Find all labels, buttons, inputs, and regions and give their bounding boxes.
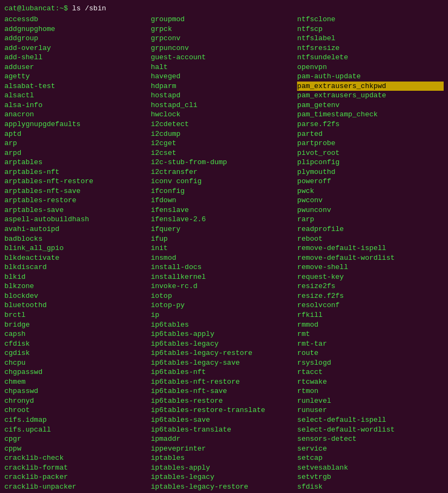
list-item: invoke-rc.d — [151, 282, 298, 291]
list-item: rfkill — [297, 310, 444, 320]
list-item: rtcwake — [297, 377, 444, 387]
list-item: plymouthd — [297, 167, 444, 177]
list-item: cracklib-packer — [4, 472, 151, 482]
list-item: remove-default-wordlist — [297, 253, 444, 263]
list-item: select-default-wordlist — [297, 425, 444, 435]
list-item: rarp — [297, 215, 444, 224]
list-item: ip — [151, 310, 298, 320]
list-item: arpd — [4, 148, 151, 158]
list-item: grpconv — [151, 34, 298, 43]
list-item: ip6tables-restore — [151, 396, 298, 406]
list-item: i2cset — [151, 148, 298, 158]
column-2: groupmodgrpckgrpconvgrpunconvguest-accou… — [151, 15, 298, 493]
list-item: aptd — [4, 129, 151, 139]
list-item: bluetoothd — [4, 301, 151, 310]
prompt-command: ls /sbin — [72, 4, 106, 13]
list-item: pam_timestamp_check — [297, 110, 444, 120]
list-item: rmmod — [297, 320, 444, 330]
list-item: chpasswd — [4, 386, 151, 396]
list-item: anacron — [4, 110, 151, 120]
list-item: adduser — [4, 63, 151, 72]
list-item: avahi-autoipd — [4, 224, 151, 234]
list-item: arptables-restore — [4, 196, 151, 205]
list-item: brctl — [4, 310, 151, 320]
list-item: rsyslogd — [297, 358, 444, 368]
list-item: badblocks — [4, 234, 151, 244]
list-item: route — [297, 348, 444, 358]
list-item: rmt-tar — [297, 339, 444, 349]
list-item: applygnupgdefaults — [4, 120, 151, 129]
list-item: ip6tables-nft-restore — [151, 377, 298, 387]
list-item: ip6tables-save — [151, 415, 298, 425]
list-item: cifs.upcall — [4, 425, 151, 435]
list-item: parted — [297, 129, 444, 139]
list-item: resolvconf — [297, 301, 444, 310]
list-item: init — [151, 244, 298, 253]
list-item: ip6tables — [151, 320, 298, 330]
list-item: ip6tables-legacy-restore — [151, 348, 298, 358]
list-item: hwclock — [151, 110, 298, 120]
list-item: pam_getenv — [297, 101, 444, 110]
list-item: add-shell — [4, 53, 151, 63]
list-item: parse.f2fs — [297, 120, 444, 129]
list-item: remove-default-ispell — [297, 244, 444, 253]
list-item: alsa-info — [4, 101, 151, 110]
list-item: ifenslave-2.6 — [151, 215, 298, 224]
list-item: ifquery — [151, 224, 298, 234]
column-1: accessdbaddgnupghomeaddgroupadd-overlaya… — [4, 15, 151, 493]
list-item: ip6tables-nft-save — [151, 386, 298, 396]
list-item: partprobe — [297, 139, 444, 148]
list-item: ntfslabel — [297, 34, 444, 43]
list-item: ntfscp — [297, 24, 444, 34]
list-item: select-default-ispell — [297, 415, 444, 425]
list-item: bridge — [4, 320, 151, 330]
list-item: hostapd — [151, 91, 298, 101]
list-item: chgpasswd — [4, 367, 151, 377]
list-item: accessdb — [4, 15, 151, 24]
list-item: sfdisk — [297, 482, 444, 492]
list-item: pam_extrausers_chkpwd — [297, 82, 444, 91]
list-item: grpck — [151, 24, 298, 34]
list-item: ip6tables-apply — [151, 329, 298, 339]
list-item: iptables-legacy-restore — [151, 482, 298, 492]
list-item: arptables-nft-restore — [4, 177, 151, 186]
list-item: resize2fs — [297, 282, 444, 291]
list-item: i2cdetect — [151, 120, 298, 129]
list-item: cppw — [4, 444, 151, 454]
list-item: ippeveprinter — [151, 444, 298, 454]
list-item: i2cdump — [151, 129, 298, 139]
list-item: arp — [4, 139, 151, 148]
list-item: capsh — [4, 329, 151, 339]
list-item: ntfsundelete — [297, 53, 444, 63]
list-item: pam_extrausers_update — [297, 91, 444, 101]
list-item: remove-shell — [297, 263, 444, 272]
list-item: blkid — [4, 272, 151, 282]
list-item: rmt — [297, 329, 444, 339]
list-item: chroot — [4, 405, 151, 415]
prompt-line: cat@lubancat:~$ ls /sbin — [4, 4, 444, 13]
terminal: cat@lubancat:~$ ls /sbin accessdbaddgnup… — [4, 4, 444, 493]
list-item: ifup — [151, 234, 298, 244]
prompt-user: cat@lubancat — [4, 4, 55, 13]
list-item: ip6tables-translate — [151, 425, 298, 435]
list-item: arptables-nft-save — [4, 186, 151, 196]
list-item: insmod — [151, 253, 298, 263]
list-item: pivot_root — [297, 148, 444, 158]
list-item: blkzone — [4, 282, 151, 291]
list-item: ip6tables-legacy — [151, 339, 298, 349]
list-item: add-overlay — [4, 43, 151, 53]
list-item: ifenslave — [151, 205, 298, 215]
list-item: reboot — [297, 234, 444, 244]
list-item: addgnupghome — [4, 24, 151, 34]
list-item: setcap — [297, 453, 444, 463]
list-item: blkdiscard — [4, 263, 151, 272]
list-item: ipmaddr — [151, 434, 298, 444]
list-item: halt — [151, 63, 298, 72]
list-item: guest-account — [151, 53, 298, 63]
prompt-separator: :~$ — [55, 4, 72, 13]
list-item: chronyd — [4, 396, 151, 406]
list-item: iotop — [151, 291, 298, 301]
list-item: iotop-py — [151, 301, 298, 310]
list-item: iptables-legacy — [151, 472, 298, 482]
list-item: i2ctransfer — [151, 167, 298, 177]
